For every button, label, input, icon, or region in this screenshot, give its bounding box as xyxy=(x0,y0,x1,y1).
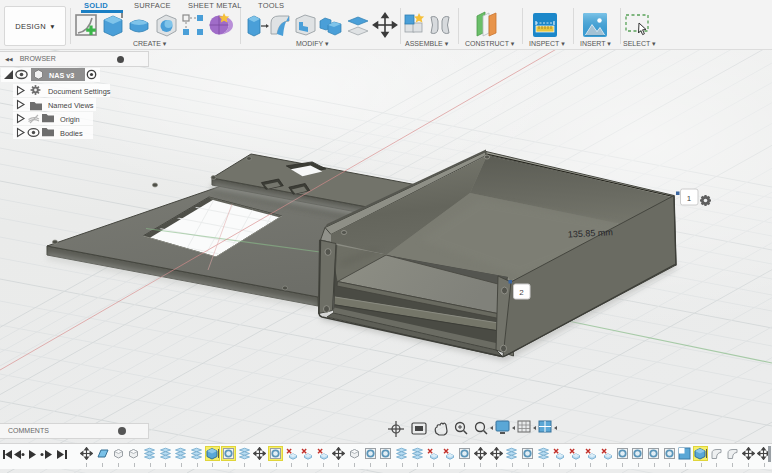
svg-text:1: 1 xyxy=(687,194,692,203)
svg-text:Origin: Origin xyxy=(60,115,80,124)
svg-text:Document Settings: Document Settings xyxy=(48,87,111,96)
svg-text:Named Views: Named Views xyxy=(48,101,94,110)
svg-text:Bodies: Bodies xyxy=(60,129,83,138)
svg-text:2: 2 xyxy=(519,288,524,297)
svg-text:NAS v3: NAS v3 xyxy=(49,71,74,80)
